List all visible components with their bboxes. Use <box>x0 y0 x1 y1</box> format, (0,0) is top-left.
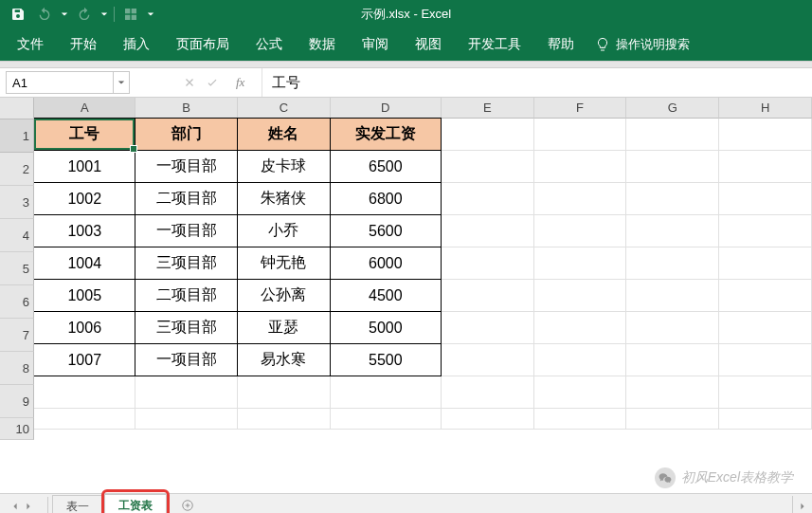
fill-handle[interactable] <box>130 145 137 153</box>
cell[interactable] <box>719 215 812 247</box>
col-header[interactable]: C <box>238 98 331 119</box>
cell[interactable] <box>442 151 534 183</box>
cell[interactable]: 三项目部 <box>135 311 237 344</box>
undo-button[interactable] <box>34 4 55 25</box>
row-header[interactable]: 1 <box>0 119 34 153</box>
cell[interactable] <box>626 409 719 430</box>
cell[interactable] <box>534 344 627 376</box>
row-header[interactable]: 3 <box>0 186 34 219</box>
sheet-tab-active[interactable]: 工资表 <box>104 494 167 513</box>
cell[interactable]: 二项目部 <box>135 182 237 215</box>
cell[interactable]: 钟无艳 <box>237 247 331 280</box>
cell[interactable]: 1003 <box>34 214 135 247</box>
cell[interactable]: 5500 <box>330 343 442 376</box>
cell[interactable] <box>719 247 812 280</box>
col-header[interactable]: G <box>626 98 719 119</box>
cell[interactable]: 公孙离 <box>237 279 331 312</box>
cell[interactable] <box>442 247 534 280</box>
cell[interactable]: 1002 <box>34 182 135 215</box>
row-header[interactable]: 2 <box>0 153 34 186</box>
cell[interactable]: 易水寒 <box>237 343 331 376</box>
cell[interactable] <box>719 409 812 430</box>
col-header[interactable]: H <box>719 98 812 119</box>
cell[interactable]: 1001 <box>34 150 135 183</box>
col-header[interactable]: B <box>135 98 237 119</box>
ribbon-tab-help[interactable]: 帮助 <box>534 28 587 61</box>
cell[interactable] <box>719 119 812 151</box>
cell[interactable] <box>626 119 719 151</box>
cell[interactable]: 一项目部 <box>135 150 237 183</box>
cell[interactable] <box>719 183 812 215</box>
row-header[interactable]: 6 <box>0 285 34 319</box>
cell[interactable]: 6000 <box>330 247 442 280</box>
cell[interactable]: 部门 <box>135 118 237 151</box>
cell[interactable] <box>626 344 719 376</box>
redo-dropdown-icon[interactable] <box>100 10 108 18</box>
cell[interactable]: 5000 <box>330 311 442 344</box>
col-header[interactable]: D <box>331 98 442 119</box>
cell[interactable] <box>442 183 534 215</box>
cell[interactable] <box>626 247 719 280</box>
cell[interactable] <box>626 376 719 409</box>
ribbon-tab-developer[interactable]: 开发工具 <box>455 28 534 61</box>
cell[interactable]: 小乔 <box>237 214 331 247</box>
cell[interactable]: 1006 <box>34 311 135 344</box>
select-all-corner[interactable] <box>0 98 34 119</box>
ribbon-tab-insert[interactable]: 插入 <box>110 28 163 61</box>
name-box-dropdown-icon[interactable] <box>113 72 129 93</box>
cell[interactable] <box>626 215 719 247</box>
ribbon-tab-home[interactable]: 开始 <box>57 28 110 61</box>
ribbon-tab-review[interactable]: 审阅 <box>349 28 402 61</box>
redo-button[interactable] <box>74 4 95 25</box>
cell[interactable]: 1007 <box>34 343 135 376</box>
cell[interactable] <box>626 183 719 215</box>
sheet-next-icon[interactable] <box>23 497 34 514</box>
cell[interactable]: 一项目部 <box>135 343 237 376</box>
name-box-input[interactable] <box>7 76 113 90</box>
ribbon-tab-formulas[interactable]: 公式 <box>243 28 296 61</box>
cell[interactable] <box>534 119 627 151</box>
cell[interactable] <box>719 344 812 376</box>
cell[interactable]: 姓名 <box>237 118 331 151</box>
col-header[interactable]: A <box>34 98 135 119</box>
cell[interactable] <box>719 151 812 183</box>
row-header[interactable]: 8 <box>0 352 34 385</box>
cell[interactable] <box>442 312 534 344</box>
cell[interactable] <box>626 151 719 183</box>
cell[interactable] <box>331 409 442 430</box>
formula-input[interactable]: 工号 <box>262 68 812 97</box>
cell[interactable]: 三项目部 <box>135 247 237 280</box>
cell[interactable] <box>442 280 534 312</box>
cell[interactable]: 5600 <box>330 214 442 247</box>
cell[interactable] <box>442 119 534 151</box>
cell[interactable] <box>238 409 331 430</box>
row-header[interactable]: 5 <box>0 252 34 285</box>
cell[interactable] <box>534 183 627 215</box>
cell[interactable]: 1005 <box>34 279 135 312</box>
cell[interactable] <box>238 376 331 409</box>
row-header[interactable]: 10 <box>0 418 34 440</box>
name-box[interactable] <box>6 71 130 94</box>
sheet-tab[interactable]: 表一 <box>52 495 103 513</box>
cell[interactable]: 1004 <box>34 247 135 280</box>
cell[interactable] <box>135 409 237 430</box>
cell[interactable]: 皮卡球 <box>237 150 331 183</box>
cell[interactable]: 亚瑟 <box>237 311 331 344</box>
cell-selected[interactable]: 工号 <box>34 118 135 151</box>
cell[interactable] <box>34 409 135 430</box>
cell[interactable] <box>442 344 534 376</box>
enter-icon[interactable] <box>206 76 219 89</box>
ribbon-tab-data[interactable]: 数据 <box>296 28 349 61</box>
cell[interactable]: 二项目部 <box>135 279 237 312</box>
row-header[interactable]: 7 <box>0 319 34 352</box>
cell[interactable] <box>442 215 534 247</box>
cell[interactable]: 一项目部 <box>135 214 237 247</box>
cell[interactable]: 6500 <box>330 150 442 183</box>
cell[interactable] <box>534 312 627 344</box>
cell[interactable] <box>626 280 719 312</box>
cancel-icon[interactable] <box>183 76 196 89</box>
cell[interactable]: 4500 <box>330 279 442 312</box>
cell[interactable] <box>442 409 534 430</box>
col-header[interactable]: F <box>534 98 627 119</box>
cell[interactable] <box>719 376 812 409</box>
